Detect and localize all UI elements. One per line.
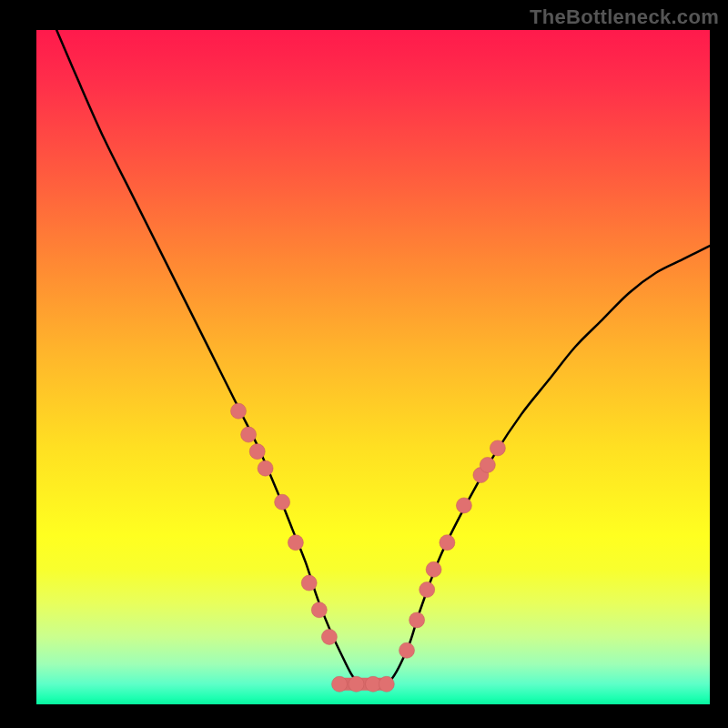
marker-dot [399,642,415,658]
marker-dot [288,535,303,551]
chart-svg [36,30,710,704]
watermark-text: TheBottleneck.com [530,5,719,29]
marker-dot [349,676,364,692]
marker-dot [258,460,273,476]
plot-area [36,30,710,704]
marker-dot [321,629,337,644]
marker-dot [275,494,290,510]
curve-line [56,30,710,688]
marker-dot [311,602,327,618]
marker-dot [332,676,348,692]
marker-dot [301,575,317,591]
marker-dot [231,403,247,419]
marker-dot [410,612,425,628]
marker-dot [379,676,394,692]
data-markers [231,403,506,692]
marker-dot [480,457,495,472]
marker-dot [440,535,455,551]
marker-dot [456,498,471,513]
outer-frame: TheBottleneck.com [0,0,728,728]
marker-dot [420,582,435,598]
marker-dot [426,561,441,577]
marker-dot [249,444,265,460]
marker-dot [241,427,257,442]
marker-dot [366,676,381,692]
marker-dot [490,440,505,456]
